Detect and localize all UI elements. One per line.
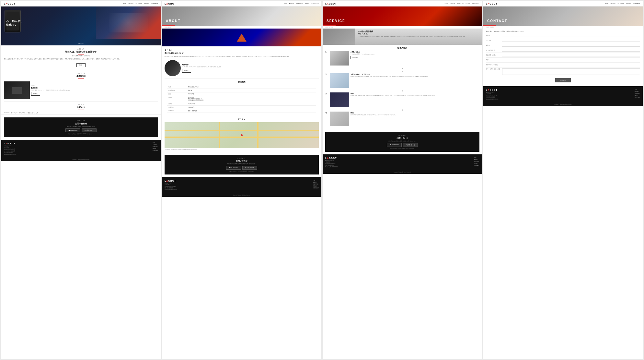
about-tagline-heading: 見た人に喜びや感動を与えたい — [165, 49, 319, 55]
news-line — [78, 110, 84, 110]
nav-contact-s[interactable]: CONTACT — [472, 3, 479, 5]
contact-mail-about[interactable]: ✉ お問い合わせ — [242, 166, 257, 170]
nav-news-c[interactable]: NEWS — [626, 3, 631, 5]
nav-about-s[interactable]: ABOUT — [450, 3, 455, 5]
company-title: 会社概要 — [165, 80, 319, 83]
contact-phone-service[interactable]: ☎ 03-3423-6005 — [387, 143, 402, 147]
fl-service-c[interactable]: SERVICE — [635, 93, 640, 94]
fl-top-c[interactable]: TOP — [635, 89, 640, 90]
footer-link-service[interactable]: SERVICE — [153, 146, 158, 148]
process-step-4: 4 納品 完成した映像をお客様に納品します。 基本的には DVD もしくはオンラ… — [325, 112, 479, 126]
contact-mail-service[interactable]: ✉ お問い合わせ — [403, 143, 418, 147]
footer-about: LAGBOT 株式会社ラグボット 〒154-0001 東京都世田谷区池尻2-4-… — [162, 177, 321, 193]
nav-news-s[interactable]: NEWS — [466, 3, 470, 5]
form-input-phone[interactable] — [502, 54, 640, 56]
about-more-btn[interactable]: MORE — [76, 63, 86, 67]
form-textarea-message[interactable] — [502, 68, 640, 75]
about-tagline-content: 見た人に喜びや感動を与えたい 私たちのビジョンは、映像を通じてすべての人の生活や… — [165, 49, 319, 57]
nav-links-service: TOP ABOUT SERVICE NEWS CONTACT — [445, 3, 479, 5]
footer-info-about: 株式会社ラグボット 〒154-0001 東京都世田谷区池尻2-4-5 TEL：0… — [165, 183, 177, 191]
hero-tagline-text: 心、動かす、 — [6, 19, 24, 23]
nav-news-a[interactable]: NEWS — [305, 3, 309, 5]
page-home: LAGBOT TOP ABOUT SERVICE NEWS CONTACT 心、… — [1, 1, 161, 359]
nav-top[interactable]: TOP — [123, 3, 127, 5]
page-about: LAGBOT TOP ABOUT SERVICE NEWS CONTACT AB… — [162, 1, 321, 359]
table-label: 設立 — [167, 92, 187, 96]
nav-contact[interactable]: CONTACT — [151, 3, 158, 5]
nav-service-c[interactable]: SERVICE — [617, 3, 624, 5]
chevron-2: ∨ — [325, 89, 479, 92]
form-input-content[interactable] — [502, 59, 640, 61]
service-card-btn[interactable]: MORE — [182, 69, 191, 73]
footer-link-contact[interactable]: CONTACT — [153, 150, 158, 151]
dot-2[interactable] — [81, 43, 82, 44]
contact-ja-about: お問い合わせ — [167, 160, 316, 162]
fl-contact-s[interactable]: CONTACT — [474, 165, 479, 166]
contact-mail-btn[interactable]: ✉ お問い合わせ — [82, 128, 97, 132]
table-row: 事業内容 2,000,000円 — [167, 106, 316, 109]
service-line — [78, 78, 84, 79]
service-content: NEWS 動画制作 コンテ・撮影、プロデューサー、商品撮影、配信事業など、様々な… — [31, 85, 71, 96]
sep-1 — [4, 69, 158, 69]
contact-header-accent — [483, 25, 496, 26]
step-img-bg-3 — [330, 92, 349, 107]
contact-box-service: CONTACT お問い合わせ 制作に関してはお気軽にご質問や お相談のお問い合わ… — [325, 132, 479, 152]
fl-contact-c[interactable]: CONTACT — [635, 97, 640, 98]
step-btn-1[interactable]: お問い合わせ — [351, 56, 360, 59]
nav-about-a[interactable]: ABOUT — [289, 3, 294, 5]
fl-top-s[interactable]: TOP — [474, 157, 479, 158]
map-pin — [241, 134, 243, 136]
dot-1[interactable] — [79, 43, 80, 44]
nav-about[interactable]: ABOUT — [128, 3, 133, 5]
form-input-email[interactable] — [502, 49, 640, 52]
nav-top-s[interactable]: TOP — [445, 3, 448, 5]
footer-link-top[interactable]: TOP — [153, 142, 158, 144]
nav-contact-c[interactable]: CONTACT — [633, 3, 640, 5]
nav-about-c[interactable]: ABOUT — [610, 3, 615, 5]
contact-phone-btn[interactable]: ☎ 03-3423-6005 — [65, 128, 80, 132]
fl-about-c[interactable]: ABOUT — [635, 91, 640, 92]
footer-link-news[interactable]: NEWS — [153, 148, 158, 150]
fl-contact-a[interactable]: CONTACT — [313, 187, 319, 189]
pyramid-shape — [237, 33, 247, 42]
nav-service[interactable]: SERVICE — [135, 3, 142, 5]
nav-top-a[interactable]: TOP — [284, 3, 287, 5]
form-input-attachment[interactable] — [502, 64, 640, 66]
dot-3[interactable] — [83, 43, 84, 44]
nav-service-s[interactable]: SERVICE — [457, 3, 464, 5]
fl-about-s[interactable]: ABOUT — [474, 159, 479, 160]
copyright-about: Copyright © Lagbot All Rights Reserved. — [162, 194, 321, 197]
fl-news-a[interactable]: NEWS — [313, 186, 319, 187]
form-label-content: 内容 — [486, 59, 502, 61]
about-service-card: 動画制作 コンテ・撮影、プロデューサー、商品撮影、配信事業など、様々な形のお手伝… — [162, 59, 321, 78]
fl-news-s[interactable]: NEWS — [474, 163, 479, 164]
nav-service-a[interactable]: SERVICE — [296, 3, 303, 5]
service-more-btn[interactable]: MORE — [31, 92, 40, 96]
process-step-3: 3 制作 台本制作、撮影、編集を行います。 撮影ではスタジオを使用することにより… — [325, 92, 479, 107]
nav-top-c[interactable]: TOP — [605, 3, 609, 5]
contact-btns-service: ☎ 03-3423-6005 ✉ お問い合わせ — [328, 143, 477, 147]
form-submit-btn[interactable]: 送信する — [555, 78, 571, 82]
nav-contact-a[interactable]: CONTACT — [311, 3, 319, 5]
fl-service-a[interactable]: SERVICE — [313, 184, 319, 185]
step-content-2: お打ち合わせ・ヒアリング お客様のご要望を確認させていただきます。 予算・スケジ… — [351, 73, 428, 78]
contact-phone-about[interactable]: ☎ 03-3423-6005 — [226, 166, 241, 170]
fl-news-c[interactable]: NEWS — [635, 95, 640, 96]
footer-info-home: 株式会社ラグボット 〒154-0001 東京都世田谷区池尻2-4-5 ルーフラビ… — [4, 145, 17, 155]
step-desc-1: まずはお気軽にWEBサイトよりお問い合わせください。 — [351, 54, 375, 55]
contact-page-title: CONTACT — [487, 19, 507, 23]
fl-top-a[interactable]: TOP — [313, 180, 319, 181]
fl-about-a[interactable]: ABOUT — [313, 182, 319, 183]
fl-service-s[interactable]: SERVICE — [474, 161, 479, 162]
form-label-furigana: フリガナ — [486, 40, 502, 41]
nav-news[interactable]: NEWS — [144, 3, 149, 5]
about-ja: 私たちは、映像を作る会社です — [3, 50, 159, 54]
contact-desc-about: 制作に関してはお気軽にご質問や お相談のお問い合わせください — [167, 163, 316, 164]
form-label-name: お名前 — [486, 35, 502, 36]
form-input-furigana[interactable] — [502, 39, 640, 42]
footer-link-about[interactable]: ABOUT — [153, 144, 158, 146]
form-input-name[interactable] — [502, 34, 640, 37]
road-h1 — [165, 130, 319, 131]
contact-breadcrumb: HOME / CONTACT — [483, 26, 643, 29]
form-input-company[interactable] — [502, 44, 640, 47]
